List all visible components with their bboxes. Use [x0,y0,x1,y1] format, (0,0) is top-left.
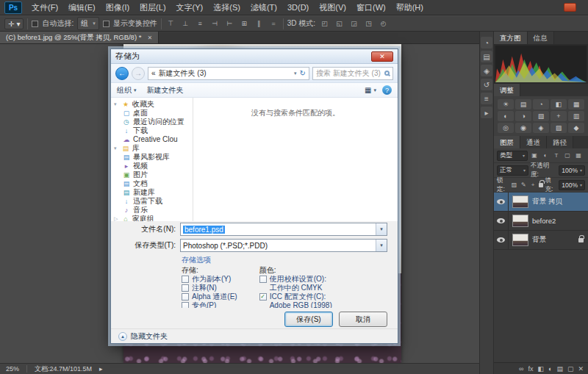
nav-item-documents[interactable]: ▤ 文档 [111,179,193,188]
3d-rotate-icon[interactable]: ◰ [319,18,330,29]
align-bottom-edges-icon[interactable]: ⊥ [180,18,191,29]
menu-type[interactable]: 文字(Y) [171,0,209,15]
adjustment-icon-exposure[interactable]: ◧ [551,99,567,109]
window-control-badge[interactable] [564,3,576,12]
nav-item-thunder-downloads[interactable]: ↓ 迅雷下载 [111,197,193,206]
expander-icon[interactable]: ▾ [114,100,119,109]
adjustment-icon-invert[interactable]: ◎ [498,123,514,133]
filter-pixel-layers-icon[interactable]: ▣ [530,151,539,160]
hide-folders-button[interactable]: 隐藏文件夹 [131,331,168,342]
menu-window[interactable]: 窗口(W) [351,0,391,15]
filter-smart-objects-icon[interactable]: ▦ [574,151,583,160]
nav-item-videos[interactable]: ▸ 视频 [111,162,193,170]
3d-roll-icon[interactable]: ◱ [334,18,345,29]
option-as-copy[interactable]: 作为副本(Y) [182,275,237,284]
menu-layer[interactable]: 图层(L) [135,0,171,15]
3d-scale-icon[interactable]: ◴ [378,18,389,29]
adjustment-layer-icon[interactable]: ◐ [548,365,552,373]
lock-transparency-icon[interactable]: ▨ [511,181,518,190]
layer-thumbnail[interactable] [512,195,528,208]
distribute-horizontal-icon[interactable]: = [268,18,279,29]
nav-group-favorites[interactable]: ▾ ★ 收藏夹 [111,100,193,109]
doc-tab-close-icon[interactable]: ✕ [147,35,152,41]
adjustment-icon-photo-filter[interactable]: + [551,111,567,121]
annotations-checkbox[interactable] [182,284,189,292]
link-layers-icon[interactable]: ∞ [519,365,523,373]
nav-item-new-library[interactable]: ▤ 新建库 [111,188,193,197]
layer-name[interactable]: 背景 拷贝 [532,197,588,206]
move-tool-preset[interactable]: ✛ ▾ [4,18,24,29]
tab-histogram[interactable]: 直方图 [494,32,528,44]
history-panel-icon[interactable]: ↺ [481,79,492,90]
proof-setup-checkbox[interactable] [259,276,267,283]
3d-slide-icon[interactable]: ◳ [363,18,374,29]
layer-visibility-toggle[interactable] [494,231,509,249]
layer-row-background[interactable]: 背景 [494,231,588,250]
nav-item-storm-library[interactable]: ▤ 暴风影视库 [111,153,193,162]
color-panel-icon[interactable]: ◔ [481,37,492,48]
align-top-edges-icon[interactable]: ⊤ [165,18,176,29]
filetype-dropdown[interactable]: Photoshop (*.PSD;*.PDD) ▾ [180,239,387,252]
dialog-title-bar[interactable]: 存储为 ✕ [111,49,398,64]
3d-drag-icon[interactable]: ◲ [348,18,359,29]
lock-position-icon[interactable]: + [529,181,537,190]
chevron-down-icon[interactable]: ▾ [376,240,387,251]
adjustment-icon-levels[interactable]: ▤ [515,99,531,109]
breadcrumb-location[interactable]: 新建文件夹 (3) [159,68,207,79]
new-folder-button[interactable]: 新建文件夹 [147,85,184,96]
actions-panel-icon[interactable]: ▸ [481,107,492,118]
layer-row-background-copy[interactable]: 背景 拷贝 [494,193,588,212]
chevron-down-icon[interactable]: ▾ [376,223,387,235]
option-alpha-channels[interactable]: Alpha 通道(E) [182,292,237,301]
adjustment-icon-hue-saturation[interactable]: ◐ [498,111,514,121]
nav-item-downloads[interactable]: ↓ 下载 [111,126,193,135]
adjustment-icon-selective-color[interactable]: ◆ [568,123,584,133]
layer-group-icon[interactable]: ▤ [556,365,563,373]
menu-edit[interactable]: 编辑(E) [63,0,101,15]
save-button[interactable]: 保存(S) [284,312,333,327]
adjustment-icon-gradient-map[interactable]: ▨ [551,123,567,133]
forward-button[interactable]: → [132,67,145,80]
adjustment-icon-black-white[interactable]: ▧ [533,111,549,121]
tab-layers[interactable]: 图层 [494,136,520,148]
layer-filter-dropdown[interactable]: 类型 ▾ [497,151,528,161]
filename-input[interactable]: before1.psd ▾ [180,223,387,236]
lock-all-icon[interactable] [539,183,543,187]
adjustment-icon-color-balance[interactable]: ◑ [515,111,531,121]
spot-colors-checkbox[interactable] [182,302,189,308]
icc-profile-checkbox[interactable] [259,293,267,301]
zoom-level[interactable]: 25% [6,365,19,373]
tab-adjustments[interactable]: 调整 [494,84,520,96]
align-left-edges-icon[interactable]: ⊣ [209,18,220,29]
nav-group-libraries[interactable]: ▾ ▤ 库 [111,144,193,153]
nav-item-pictures[interactable]: ▣ 图片 [111,170,193,179]
nav-item-music[interactable]: ♪ 音乐 [111,206,193,215]
auto-select-target-dropdown[interactable]: 组 ▾ [77,17,99,30]
layer-row-before2[interactable]: before2 [494,212,588,231]
blend-mode-dropdown[interactable]: 正常 ▾ [497,165,528,176]
tab-info[interactable]: 信息 [528,32,554,44]
nav-item-creative-cloud[interactable]: ☁ Creative Clou [111,135,193,144]
menu-help[interactable]: 帮助(H) [391,0,429,15]
filter-adjustment-layers-icon[interactable]: ◐ [541,151,550,160]
option-spot-colors[interactable]: 专色(P) [182,301,237,308]
file-list-area[interactable]: 没有与搜索条件匹配的项。 [193,98,398,221]
organize-button[interactable]: 组织 ▾ [117,85,137,96]
filter-type-layers-icon[interactable]: T [552,151,561,160]
nav-group-homegroup[interactable]: ▷ ⌂ 家庭组 [111,215,193,221]
nav-item-desktop[interactable]: ▢ 桌面 [111,109,193,118]
swatches-panel-icon[interactable]: ▤ [481,51,492,62]
option-proof-setup[interactable]: 使用校样设置(O): [259,275,332,284]
menu-filter[interactable]: 滤镜(T) [245,0,282,15]
adjustment-icon-posterize[interactable]: ◉ [515,123,531,133]
dialog-close-button[interactable]: ✕ [371,51,393,62]
layer-mask-icon[interactable]: ◧ [537,365,544,373]
filter-shape-layers-icon[interactable]: ▢ [563,151,572,160]
layer-visibility-toggle[interactable] [494,193,509,211]
styles-panel-icon[interactable]: ◈ [481,65,492,76]
as-copy-checkbox[interactable] [182,276,189,283]
menu-select[interactable]: 选择(S) [208,0,245,15]
layer-effects-icon[interactable]: fx [528,365,533,373]
layer-thumbnail[interactable] [512,234,528,246]
menu-3d[interactable]: 3D(D) [282,0,314,15]
